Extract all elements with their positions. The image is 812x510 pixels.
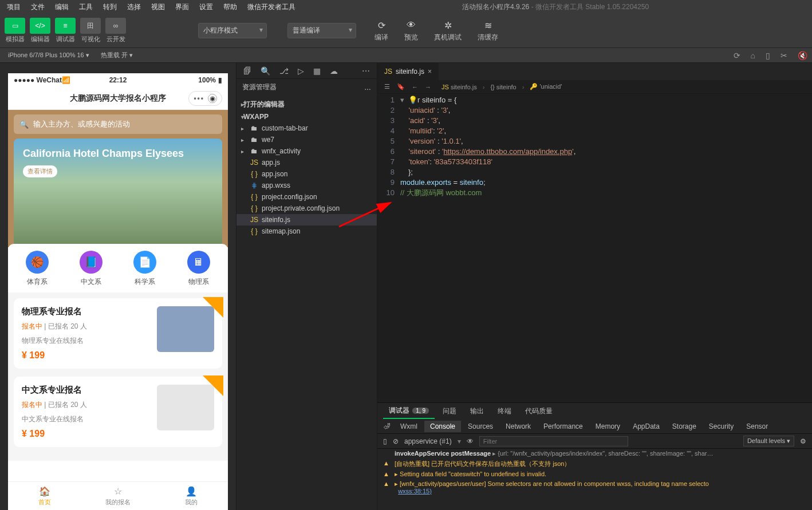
menu-goto[interactable]: 转到 <box>98 1 121 13</box>
panel-sensor[interactable]: Sensor <box>740 421 774 432</box>
home-icon[interactable]: ⌂ <box>751 51 755 60</box>
cat-physics[interactable]: 🖩物理系 <box>172 251 226 287</box>
panel-sources[interactable]: Sources <box>462 421 499 432</box>
context-select[interactable]: appservice (#1) <box>404 437 452 445</box>
crumb-item[interactable]: {} siteinfo <box>490 84 516 90</box>
compile-button[interactable]: ⟳编译 <box>375 19 388 42</box>
panel-wxml[interactable]: Wxml <box>395 421 423 432</box>
cloud-button[interactable]: ∞ <box>105 18 126 34</box>
tab-my-signup[interactable]: ☆我的报名 <box>81 482 155 510</box>
capsule[interactable]: •••◉ <box>188 91 222 106</box>
cloud-icon[interactable]: ☁ <box>330 66 338 76</box>
device-select[interactable]: iPhone 6/7/8 Plus 100% 16 ▾ <box>5 51 93 60</box>
file-item[interactable]: JSapp.js <box>236 157 377 168</box>
back-icon[interactable]: ← <box>412 84 418 90</box>
tab-terminal[interactable]: 终端 <box>492 404 517 418</box>
gear-icon[interactable]: ⚙ <box>800 437 806 445</box>
menu-project[interactable]: 项目 <box>2 1 25 13</box>
close-icon[interactable]: × <box>428 68 432 76</box>
tab-debugger[interactable]: 调试器 1, 9 <box>383 404 435 419</box>
file-item[interactable]: { }project.config.json <box>236 191 377 203</box>
more-icon[interactable]: … <box>364 84 371 92</box>
tab-code-quality[interactable]: 代码质量 <box>519 404 558 418</box>
visual-button[interactable]: 田 <box>80 18 101 34</box>
clear-icon[interactable]: ⊘ <box>393 437 399 445</box>
file-item[interactable]: { }project.private.config.json <box>236 203 377 214</box>
reload-icon[interactable]: ⟳ <box>734 51 740 60</box>
compile-select[interactable]: 普通编译 <box>287 23 356 38</box>
mode-select[interactable]: 小程序模式 <box>198 23 267 38</box>
cat-sports[interactable]: 🏀体育系 <box>10 251 64 287</box>
open-editors-section[interactable]: ▸打开的编辑器 <box>236 98 377 111</box>
console-output[interactable]: invokeAppService postMessage ▸ {url: "/w… <box>377 449 812 510</box>
list-icon[interactable]: ☰ <box>384 83 390 90</box>
menu-file[interactable]: 文件 <box>26 1 49 13</box>
file-item[interactable]: ⋕app.wxss <box>236 180 377 191</box>
branch-icon[interactable]: ⎇ <box>279 66 289 76</box>
bookmark-icon[interactable]: 🔖 <box>397 83 405 90</box>
panel-appdata[interactable]: AppData <box>627 421 665 432</box>
scissors-icon[interactable]: ✂ <box>781 51 787 60</box>
code-content[interactable]: ▾💡r siteinfo = { 'uniacid' : '3', 'acid'… <box>400 95 812 402</box>
menu-help[interactable]: 帮助 <box>219 1 242 13</box>
menu-interface[interactable]: 界面 <box>171 1 194 13</box>
remote-debug-button[interactable]: ✲真机调试 <box>434 19 462 42</box>
list-item[interactable]: 物理系专业报名 报名中 | 已报名 20 人 物理系专业在线报名 ¥ 199 <box>14 298 222 369</box>
panel-memory[interactable]: Memory <box>590 421 626 432</box>
tab-problems[interactable]: 问题 <box>437 404 462 418</box>
log-levels-select[interactable]: Default levels ▾ <box>743 436 794 446</box>
lightbulb-icon[interactable]: 💡 <box>408 96 417 104</box>
menu-tools[interactable]: 工具 <box>74 1 97 13</box>
inspect-icon[interactable]: ⮰ <box>383 422 390 430</box>
panel-console[interactable]: Console <box>424 421 461 432</box>
panel-performance[interactable]: Performance <box>538 421 589 432</box>
menu-devtools[interactable]: 微信开发者工具 <box>243 1 300 13</box>
debug-icon[interactable]: ▷ <box>298 66 304 76</box>
volume-icon[interactable]: 🔇 <box>798 51 807 60</box>
editor-button[interactable]: </> <box>30 18 50 34</box>
menu-view[interactable]: 视图 <box>147 1 170 13</box>
capsule-menu-icon[interactable]: ••• <box>194 94 204 102</box>
hero-banner[interactable]: California Hotel Champs Elysees 查看详情 <box>14 139 222 247</box>
hero-cta[interactable]: 查看详情 <box>23 165 57 177</box>
file-item[interactable]: { }sitemap.json <box>236 226 377 237</box>
phone-icon[interactable]: ▯ <box>766 51 770 60</box>
simulator-button[interactable]: ▭ <box>5 18 25 34</box>
clear-cache-button[interactable]: ≋清缓存 <box>478 19 498 42</box>
file-item[interactable]: JSsiteinfo.js <box>236 214 377 226</box>
project-root[interactable]: ▾WXAPP <box>236 111 377 122</box>
forward-icon[interactable]: → <box>425 84 431 90</box>
editor-tab[interactable]: JSsiteinfo.js× <box>377 63 439 80</box>
preview-button[interactable]: 👁预览 <box>404 19 418 42</box>
panel-storage[interactable]: Storage <box>667 421 702 432</box>
folder-item[interactable]: ▸🖿wnfx_activity <box>236 145 377 157</box>
menu-edit[interactable]: 编辑 <box>50 1 73 13</box>
cat-chinese[interactable]: 📘中文系 <box>64 251 118 287</box>
file-item[interactable]: { }app.json <box>236 168 377 180</box>
panel-security[interactable]: Security <box>703 421 739 432</box>
search-input[interactable]: 🔍输入主办方、或感兴趣的活动 <box>14 114 222 134</box>
menu-select[interactable]: 选择 <box>123 1 145 13</box>
crumb-item[interactable]: siteinfo.js <box>451 84 477 90</box>
tab-home[interactable]: 🏠首页 <box>8 482 81 510</box>
filter-input[interactable] <box>479 436 628 446</box>
eye-icon[interactable]: 👁 <box>467 437 474 445</box>
tab-mine[interactable]: 👤我的 <box>155 482 228 510</box>
search-icon[interactable]: 🔍 <box>261 66 270 76</box>
sidebar-toggle-icon[interactable]: ▯ <box>383 437 387 445</box>
capsule-close-icon[interactable]: ◉ <box>208 94 217 103</box>
debugger-button[interactable]: ≡ <box>55 18 76 34</box>
cat-science[interactable]: 📄科学系 <box>118 251 172 287</box>
files-icon[interactable]: 🗐 <box>243 66 251 76</box>
panel-network[interactable]: Network <box>500 421 537 432</box>
list-item[interactable]: 中文系专业报名 报名中 | 已报名 20 人 中文系专业在线报名 ¥ 199 <box>14 377 222 447</box>
tab-output[interactable]: 输出 <box>464 404 490 418</box>
crumb-item[interactable]: 🔑 'uniacid' <box>530 83 562 90</box>
editor-body[interactable]: 12345678910 ▾💡r siteinfo = { 'uniacid' :… <box>377 94 812 402</box>
ext-icon[interactable]: ▦ <box>313 66 321 76</box>
more-icon[interactable]: ⋯ <box>362 66 370 76</box>
folder-item[interactable]: ▸🖿custom-tab-bar <box>236 122 377 134</box>
folder-item[interactable]: ▸🖿we7 <box>236 134 377 145</box>
hot-reload-select[interactable]: 热重载 开 ▾ <box>97 50 136 60</box>
menu-settings[interactable]: 设置 <box>195 1 218 13</box>
